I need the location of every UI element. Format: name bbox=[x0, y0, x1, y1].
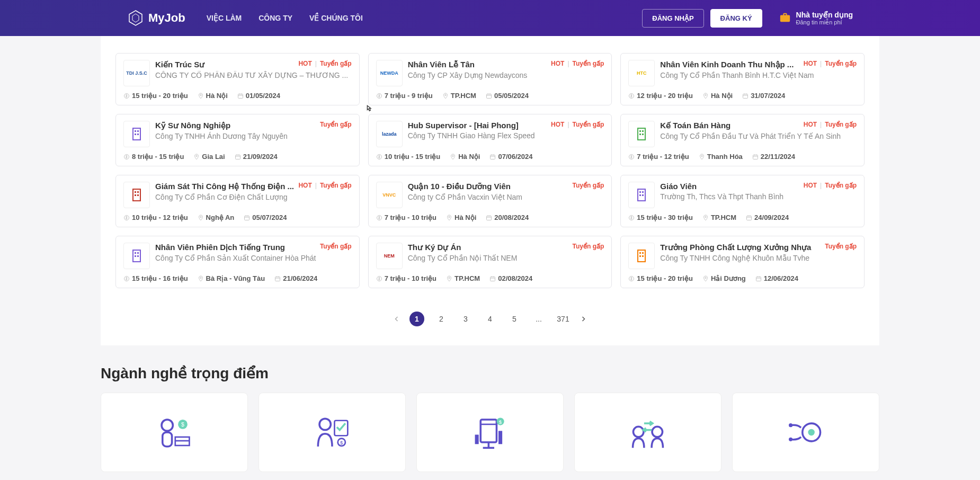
job-card[interactable]: NEWDA Nhân Viên Lễ Tân HOT|Tuyển gấp Côn… bbox=[368, 53, 612, 105]
svg-point-127 bbox=[808, 429, 814, 435]
job-card[interactable]: HTC Nhân Viên Kinh Doanh Thu Nhập ... HO… bbox=[620, 53, 865, 105]
meta-salary: 10 triệu - 12 triệu bbox=[123, 214, 188, 221]
location-icon bbox=[702, 215, 709, 221]
meta-location: Hà Nội bbox=[198, 92, 228, 100]
job-title: Giám Sát Thi Công Hệ Thống Điện ... bbox=[155, 182, 294, 191]
svg-text:$: $ bbox=[181, 421, 184, 428]
meta-salary: 15 triệu - 20 triệu bbox=[123, 92, 188, 100]
calendar-icon bbox=[746, 215, 752, 221]
job-title: Giáo Viên bbox=[660, 182, 799, 191]
job-top: lazada Hub Supervisor - [Hai Phong] HOT|… bbox=[376, 121, 604, 147]
page-prev[interactable] bbox=[394, 316, 400, 322]
svg-rect-41 bbox=[642, 134, 644, 135]
category-card[interactable]: $ bbox=[416, 393, 564, 472]
brand-text: MyJob bbox=[148, 11, 185, 25]
tag-urgent: Tuyển gấp bbox=[320, 121, 352, 128]
date-text: 05/05/2024 bbox=[494, 92, 529, 100]
dollar-icon bbox=[123, 154, 130, 160]
svg-point-99 bbox=[705, 277, 707, 279]
svg-point-122 bbox=[633, 426, 644, 437]
job-meta: 7 triệu - 10 triệu TP.HCM 02/08/2024 bbox=[376, 274, 604, 282]
job-tags: Tuyển gấp bbox=[825, 243, 857, 250]
job-card[interactable]: Giáo Viên HOT|Tuyển gấp Trường Th, Thcs … bbox=[620, 175, 865, 227]
svg-rect-24 bbox=[137, 134, 139, 135]
svg-rect-52 bbox=[137, 194, 139, 196]
dollar-icon bbox=[628, 275, 635, 282]
meta-date: 01/05/2024 bbox=[237, 92, 280, 100]
page-number[interactable]: 4 bbox=[483, 312, 497, 326]
job-top: Nhân Viên Phiên Dịch Tiếng Trung Tuyển g… bbox=[123, 243, 352, 269]
pagination: 12345...371 bbox=[101, 303, 879, 345]
company-logo: HTC bbox=[628, 60, 655, 86]
page-number[interactable]: 371 bbox=[556, 312, 571, 326]
meta-date: 20/08/2024 bbox=[486, 214, 529, 221]
calendar-icon bbox=[235, 154, 241, 160]
job-card[interactable]: Giám Sát Thi Công Hệ Thống Điện ... HOT|… bbox=[115, 175, 360, 227]
svg-rect-16 bbox=[743, 94, 748, 98]
meta-location: TP.HCM bbox=[702, 214, 736, 221]
job-company: Công Ty Cổ Phần Thanh Bình H.T.C Việt Na… bbox=[660, 71, 857, 79]
location-text: Hà Nội bbox=[458, 153, 480, 161]
page-number[interactable]: 2 bbox=[434, 312, 449, 326]
tag-hot: HOT bbox=[804, 60, 817, 67]
job-company: Công Ty Cổ Phần Đầu Tư Và Phát Triển Y T… bbox=[660, 132, 857, 140]
page-number[interactable]: 5 bbox=[507, 312, 522, 326]
page-number[interactable]: 3 bbox=[458, 312, 473, 326]
main-content: TDI J.S.C Kiến Trúc Sư HOT|Tuyển gấp CÔN… bbox=[101, 0, 879, 345]
page-next[interactable] bbox=[580, 316, 586, 322]
salary-text: 7 triệu - 9 triệu bbox=[385, 92, 433, 100]
logo[interactable]: MyJob bbox=[127, 10, 185, 26]
register-button[interactable]: ĐĂNG KÝ bbox=[710, 9, 762, 28]
job-title: Nhân Viên Kinh Doanh Thu Nhập ... bbox=[660, 60, 799, 69]
tag-hot: HOT bbox=[551, 60, 564, 67]
job-top: Giáo Viên HOT|Tuyển gấp Trường Th, Thcs … bbox=[628, 182, 857, 208]
svg-point-3 bbox=[200, 94, 201, 96]
employer-link[interactable]: Nhà tuyển dụng Đăng tin miễn phí bbox=[779, 11, 853, 26]
page-number[interactable]: 1 bbox=[409, 312, 424, 326]
job-card[interactable]: Kế Toán Bán Hàng HOT|Tuyển gấp Công Ty C… bbox=[620, 114, 865, 166]
job-top: Kỹ Sư Nông Nghiệp Tuyển gấp Công Ty TNHH… bbox=[123, 121, 352, 147]
job-card[interactable]: Nhân Viên Phiên Dịch Tiếng Trung Tuyển g… bbox=[115, 236, 360, 288]
calendar-icon bbox=[742, 93, 749, 99]
company-logo: lazada bbox=[376, 121, 403, 147]
location-icon bbox=[450, 154, 456, 160]
calendar-icon bbox=[486, 215, 492, 221]
meta-salary: 15 triệu - 30 triệu bbox=[628, 214, 693, 221]
nav-about[interactable]: VỀ CHÚNG TÔI bbox=[309, 14, 363, 22]
job-card[interactable]: VNVC Quận 10 - Điều Dưỡng Viên Tuyển gấp… bbox=[368, 175, 612, 227]
job-card[interactable]: NEM Thư Ký Dự Án Tuyển gấp Công Ty Cổ Ph… bbox=[368, 236, 612, 288]
svg-rect-48 bbox=[133, 189, 140, 201]
job-card[interactable]: lazada Hub Supervisor - [Hai Phong] HOT|… bbox=[368, 114, 612, 166]
calendar-icon bbox=[486, 93, 492, 99]
svg-rect-39 bbox=[642, 130, 644, 132]
nav-companies[interactable]: CÔNG TY bbox=[259, 14, 292, 22]
job-title: Trưởng Phòng Chất Lượng Xưởng Nhựa bbox=[660, 243, 821, 252]
location-text: Hà Nội bbox=[711, 92, 733, 100]
salary-text: 15 triệu - 16 triệu bbox=[132, 274, 188, 282]
login-button[interactable]: ĐĂNG NHẬP bbox=[642, 9, 703, 28]
job-title: Nhân Viên Phiên Dịch Tiếng Trung bbox=[155, 243, 316, 252]
date-text: 24/09/2024 bbox=[754, 214, 789, 221]
meta-date: 21/06/2024 bbox=[274, 274, 317, 282]
company-logo bbox=[628, 243, 655, 269]
job-title-row: Hub Supervisor - [Hai Phong] HOT|Tuyển g… bbox=[408, 121, 604, 130]
salary-text: 10 triệu - 12 triệu bbox=[132, 214, 188, 221]
category-card[interactable] bbox=[732, 393, 879, 472]
svg-rect-27 bbox=[235, 155, 240, 159]
job-card[interactable]: Kỹ Sư Nông Nghiệp Tuyển gấp Công Ty TNHH… bbox=[115, 114, 360, 166]
calendar-icon bbox=[274, 275, 281, 282]
job-tags: Tuyển gấp bbox=[320, 121, 352, 128]
svg-point-104 bbox=[162, 420, 173, 431]
location-text: Thanh Hóa bbox=[707, 153, 743, 161]
job-card[interactable]: TDI J.S.C Kiến Trúc Sư HOT|Tuyển gấp CÔN… bbox=[115, 53, 360, 105]
category-card[interactable] bbox=[574, 393, 721, 472]
nav-jobs[interactable]: VIỆC LÀM bbox=[207, 14, 242, 22]
location-icon bbox=[446, 215, 452, 221]
category-card[interactable]: $ bbox=[101, 393, 248, 472]
job-company: Công Ty Cổ Phần Nội Thất NEM bbox=[408, 254, 604, 262]
location-icon bbox=[699, 154, 705, 160]
category-card[interactable]: $ bbox=[259, 393, 406, 472]
salary-text: 15 triệu - 20 triệu bbox=[132, 92, 188, 100]
salary-text: 7 triệu - 10 triệu bbox=[385, 274, 436, 282]
job-card[interactable]: Trưởng Phòng Chất Lượng Xưởng Nhựa Tuyển… bbox=[620, 236, 865, 288]
